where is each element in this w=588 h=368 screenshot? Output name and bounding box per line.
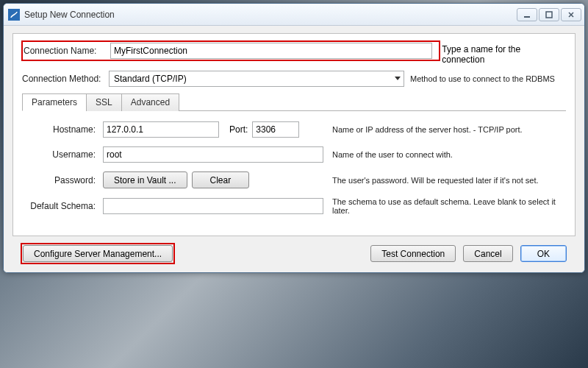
store-in-vault-button[interactable]: Store in Vault ... (103, 171, 187, 188)
main-panel: Connection Name: Type a name for the con… (12, 33, 576, 236)
cancel-button[interactable]: Cancel (463, 245, 512, 262)
port-label: Port: (229, 124, 248, 135)
chevron-down-icon (395, 77, 401, 80)
hostname-descr: Name or IP address of the server host. -… (323, 125, 563, 134)
title-bar: Setup New Connection (4, 4, 584, 26)
connection-method-descr: Method to use to connect to the RDBMS (410, 74, 566, 83)
footer: Configure Server Management... Test Conn… (12, 236, 576, 272)
app-icon (8, 9, 20, 21)
test-connection-button[interactable]: Test Connection (370, 245, 456, 262)
default-schema-input[interactable] (103, 198, 323, 214)
configure-server-management-button[interactable]: Configure Server Management... (23, 245, 173, 262)
tab-page-parameters: Hostname: Port: Name or IP address of th… (22, 111, 566, 227)
svg-rect-1 (546, 12, 552, 18)
dialog-body: Connection Name: Type a name for the con… (4, 26, 584, 272)
password-descr: The user's password. Will be requested l… (323, 176, 563, 185)
connection-method-value: Standard (TCP/IP) (114, 74, 187, 84)
connection-name-input[interactable] (110, 43, 432, 59)
connection-method-label: Connection Method: (22, 74, 109, 84)
window-title: Setup New Connection (24, 10, 115, 20)
hostname-input[interactable] (103, 121, 219, 138)
dialog-window: Setup New Connection Connection Name: (3, 3, 585, 273)
maximize-button[interactable] (539, 8, 559, 21)
default-schema-label: Default Schema: (25, 201, 103, 211)
port-input[interactable] (252, 121, 299, 138)
ok-button[interactable]: OK (520, 245, 567, 262)
connection-name-descr: Type a name for the connection (442, 44, 520, 65)
username-descr: Name of the user to connect with. (323, 150, 563, 159)
tab-ssl[interactable]: SSL (86, 93, 122, 111)
connection-name-label: Connection Name: (24, 46, 110, 56)
clear-password-button[interactable]: Clear (192, 171, 250, 188)
password-label: Password: (25, 175, 103, 185)
tab-advanced[interactable]: Advanced (121, 93, 179, 111)
minimize-button[interactable] (517, 8, 537, 21)
svg-rect-0 (524, 16, 530, 18)
connection-method-select[interactable]: Standard (TCP/IP) (109, 71, 404, 87)
default-schema-descr: The schema to use as default schema. Lea… (323, 197, 563, 215)
tab-bar: Parameters SSL Advanced (22, 93, 566, 111)
username-label: Username: (25, 149, 103, 160)
hostname-label: Hostname: (25, 124, 103, 135)
tab-parameters[interactable]: Parameters (22, 93, 87, 111)
close-button[interactable] (561, 8, 581, 21)
username-input[interactable] (103, 146, 323, 163)
